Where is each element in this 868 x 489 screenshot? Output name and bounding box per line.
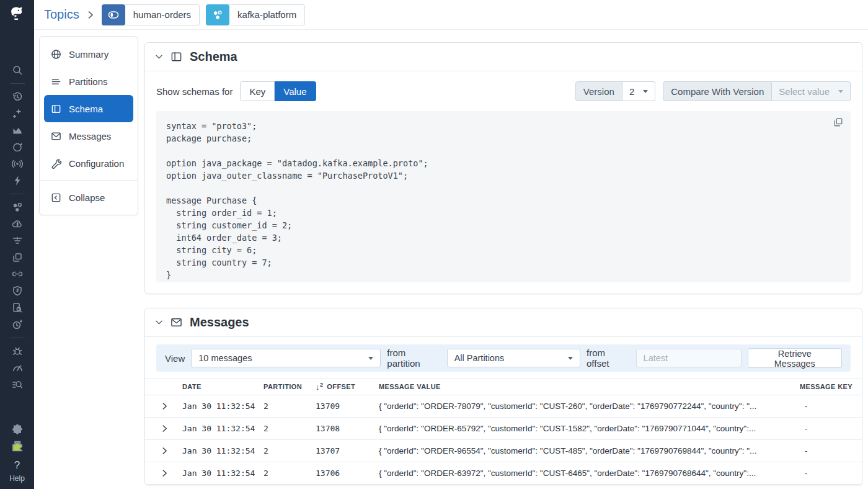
offset-cell: 13707 — [316, 446, 370, 455]
live-tail-icon[interactable] — [11, 158, 24, 169]
message-value-column-header[interactable]: MESSAGE VALUE — [370, 383, 800, 390]
copilot-sparkles-icon[interactable] — [11, 108, 24, 119]
apm-target-icon[interactable] — [11, 141, 24, 153]
chevron-down-icon[interactable] — [155, 320, 163, 325]
breadcrumb-topics-link[interactable]: Topics — [44, 7, 79, 22]
nav-item-label: Schema — [69, 104, 103, 114]
nav-item-messages[interactable]: Messages — [44, 122, 133, 150]
schema-panel-title: Schema — [190, 50, 237, 64]
product-sidebar: ? Help — [0, 0, 34, 489]
datadog-logo-icon[interactable] — [9, 5, 26, 25]
messages-panel-title: Messages — [190, 315, 249, 330]
data-streams-cluster-icon[interactable] — [11, 202, 24, 213]
date-column-header[interactable]: DATE — [182, 383, 264, 390]
wrench-icon — [51, 158, 61, 169]
nav-item-label: Summary — [69, 49, 108, 60]
message-key-column-header[interactable]: MESSAGE KEY — [800, 383, 862, 390]
offset-cell: 13709 — [316, 402, 370, 411]
nav-item-label: Partitions — [69, 76, 108, 87]
messages-toolbar: View 10 messages from partition All Part… — [156, 344, 851, 372]
offset-column-header[interactable]: ↓2 OFFSET — [316, 382, 370, 392]
table-row[interactable]: Jan 30 11:32:54 2 13707 { "orderId": "OR… — [145, 440, 862, 462]
expand-row-chevron-icon[interactable] — [156, 402, 182, 410]
schema-controls: Show schemas for Key Value Version 2 — [156, 81, 851, 101]
profiling-gauge-icon[interactable] — [11, 362, 24, 374]
content-area: Summary Partitions Schema Messages Confi… — [34, 30, 868, 489]
chevron-right-icon — [87, 10, 94, 20]
table-header-row: DATE PARTITION ↓2 OFFSET MESSAGE VALUE M… — [145, 378, 862, 395]
monitors-clock-plus-icon[interactable] — [11, 319, 24, 330]
offset-input[interactable] — [636, 349, 742, 367]
offset-cell: 13706 — [316, 469, 370, 478]
value-toggle-button[interactable]: Value — [275, 81, 316, 101]
partition-cell: 2 — [264, 424, 316, 433]
table-row[interactable]: Jan 30 11:32:54 2 13709 { "orderId": "OR… — [145, 395, 862, 418]
view-label: View — [165, 353, 185, 364]
breadcrumb: Topics human-orders kafka-platform — [34, 0, 868, 30]
show-schemas-for-label: Show schemas for — [156, 86, 232, 97]
history-icon[interactable] — [11, 91, 24, 102]
cluster-badge[interactable]: kafka-platform — [206, 4, 305, 25]
topic-icon — [102, 4, 125, 25]
cloud-cost-icon[interactable] — [11, 218, 24, 230]
nav-item-partitions[interactable]: Partitions — [44, 68, 133, 95]
copy-icon[interactable] — [833, 117, 843, 130]
table-row[interactable]: Jan 30 11:32:54 2 13708 { "orderId": "OR… — [145, 418, 862, 440]
nav-item-schema[interactable]: Schema — [44, 95, 133, 122]
message-key-cell: - — [800, 469, 862, 478]
topic-badge[interactable]: human-orders — [102, 4, 200, 25]
caret-down-icon — [838, 90, 843, 93]
message-value-cell: { "orderId": "ORDER-78079", "customerId"… — [370, 402, 800, 411]
table-row[interactable]: Jan 30 11:32:54 2 13706 { "orderId": "OR… — [145, 462, 862, 485]
key-toggle-button[interactable]: Key — [240, 81, 275, 101]
schema-table-icon — [170, 51, 182, 63]
service-links-icon[interactable] — [11, 269, 24, 280]
message-key-cell: - — [800, 424, 862, 433]
sort-descending-icon[interactable]: ↓2 — [316, 382, 323, 392]
message-value-cell: { "orderId": "ORDER-65792", "customerId"… — [370, 424, 800, 433]
collapse-panel-icon — [51, 192, 61, 203]
caret-down-icon — [643, 90, 648, 93]
partition-cell: 2 — [264, 469, 316, 478]
security-shield-icon[interactable] — [11, 285, 24, 297]
compare-version-select[interactable]: Select value — [772, 81, 851, 101]
retrieve-messages-button[interactable]: Retrieve Messages — [748, 348, 842, 368]
help-label: Help — [9, 474, 25, 483]
marketplace-puzzle-icon[interactable] — [11, 441, 24, 452]
error-tracking-bug-icon[interactable] — [11, 346, 24, 357]
sidebar-icon-stack — [10, 65, 25, 452]
sidebar-help[interactable]: ? Help — [9, 459, 25, 483]
partition-column-header[interactable]: PARTITION — [264, 383, 316, 390]
partition-select[interactable]: All Partitions — [447, 349, 580, 367]
help-icon[interactable]: ? — [14, 459, 20, 472]
date-cell: Jan 30 11:32:54 — [182, 446, 264, 455]
metrics-chart-icon[interactable] — [11, 125, 24, 136]
software-catalog-icon[interactable] — [11, 252, 24, 263]
version-select[interactable]: 2 — [622, 81, 655, 101]
nav-item-configuration[interactable]: Configuration — [44, 150, 133, 177]
search-icon[interactable] — [11, 65, 24, 76]
chevron-down-icon[interactable] — [155, 54, 163, 60]
partitions-icon — [51, 76, 61, 87]
partition-value: All Partitions — [454, 353, 505, 363]
expand-row-chevron-icon[interactable] — [156, 424, 182, 433]
caret-down-icon — [568, 357, 573, 360]
compare-version-control: Compare With Version Select value — [663, 81, 851, 101]
nav-collapse-button[interactable]: Collapse — [44, 184, 133, 211]
from-partition-label: from partition — [387, 348, 440, 369]
audit-trail-icon[interactable] — [11, 302, 24, 313]
partition-cell: 2 — [264, 446, 316, 455]
nav-item-summary[interactable]: Summary — [44, 40, 133, 68]
integrations-puzzle-icon[interactable] — [11, 424, 24, 435]
envelope-icon — [51, 131, 61, 141]
message-count-select[interactable]: 10 messages — [191, 349, 381, 367]
sidebar-divider — [10, 194, 25, 194]
log-explorer-icon[interactable] — [11, 379, 24, 390]
date-cell: Jan 30 11:32:54 — [182, 424, 264, 433]
log-pipelines-icon[interactable] — [11, 235, 24, 246]
events-bolt-icon[interactable] — [11, 175, 24, 186]
nav-item-label: Messages — [69, 131, 111, 141]
schema-table-icon — [51, 104, 61, 114]
expand-row-chevron-icon[interactable] — [156, 447, 182, 455]
expand-row-chevron-icon[interactable] — [156, 469, 182, 477]
